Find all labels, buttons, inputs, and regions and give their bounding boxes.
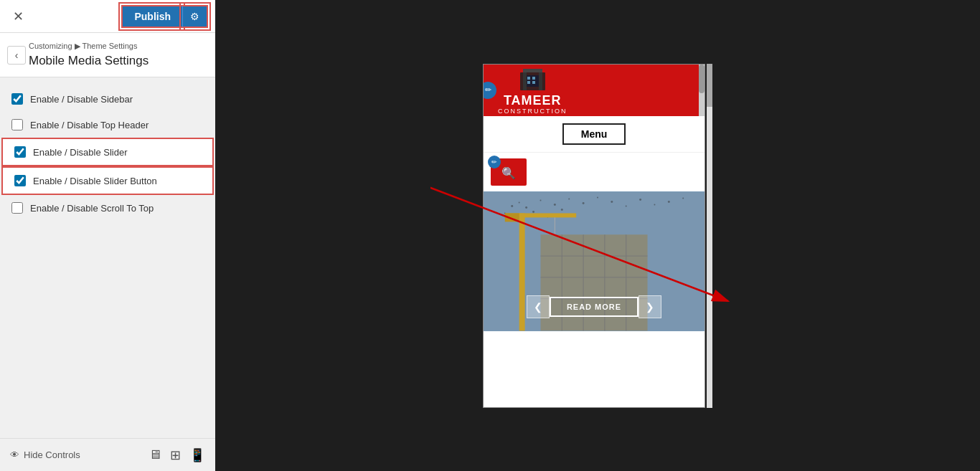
setting-label-top-header: Enable / Disable Top Header <box>30 120 149 130</box>
svg-point-11 <box>519 201 520 203</box>
preview-container: ✏ TAMEER C <box>483 64 712 408</box>
breadcrumb-theme-settings[interactable]: Theme Settings <box>82 42 137 50</box>
publish-button[interactable]: Publish <box>121 5 182 28</box>
slider-prev-button[interactable]: ❮ <box>527 295 550 318</box>
svg-rect-1 <box>523 71 527 90</box>
svg-point-25 <box>532 210 534 212</box>
svg-point-19 <box>626 205 627 206</box>
preview-area: ✏ TAMEER C <box>215 0 980 471</box>
site-logo: TAMEER CONSTRUCTION <box>498 65 567 115</box>
customizer-panel: ✕ Publish ⚙ ‹ Customizing ▶ Theme Settin… <box>0 0 215 471</box>
svg-point-17 <box>597 196 598 198</box>
edit-header-icon[interactable]: ✏ <box>483 82 496 99</box>
setting-item-slider: Enable / Disable Slider <box>1 138 214 166</box>
publish-area: Publish ⚙ <box>121 5 208 28</box>
checkbox-slider[interactable] <box>14 146 26 158</box>
tablet-icon[interactable]: ⊞ <box>170 447 181 463</box>
setting-item-top-header: Enable / Disable Top Header <box>0 112 215 138</box>
svg-point-20 <box>639 199 641 201</box>
svg-point-21 <box>654 204 655 205</box>
site-sub: CONSTRUCTION <box>498 108 567 115</box>
site-header: ✏ TAMEER C <box>484 65 705 116</box>
svg-point-23 <box>682 197 684 199</box>
breadcrumb: Customizing ▶ Theme Settings <box>29 42 207 51</box>
svg-point-22 <box>668 201 670 203</box>
breadcrumb-customizing[interactable]: Customizing <box>29 42 72 50</box>
preview-frame: ✏ TAMEER C <box>483 64 705 408</box>
preview-scrollbar[interactable] <box>707 64 712 408</box>
search-edit-icon: ✏ <box>488 156 501 168</box>
svg-point-16 <box>583 202 585 204</box>
search-icon: 🔍 <box>501 166 516 180</box>
svg-point-14 <box>554 204 556 206</box>
svg-point-27 <box>561 208 563 210</box>
search-bar: ✏ 🔍 <box>484 153 705 191</box>
close-button[interactable]: ✕ <box>7 6 29 27</box>
search-box[interactable]: ✏ 🔍 <box>491 158 527 186</box>
checkbox-top-header[interactable] <box>11 119 23 130</box>
setting-item-sidebar: Enable / Disable Sidebar <box>0 86 215 112</box>
settings-gear-button[interactable]: ⚙ <box>182 5 208 28</box>
setting-label-slider-button: Enable / Disable Slider Button <box>33 176 157 186</box>
setting-item-slider-button: Enable / Disable Slider Button <box>1 166 214 195</box>
hide-controls-label: Hide Controls <box>24 449 80 460</box>
svg-rect-2 <box>539 71 542 90</box>
svg-rect-39 <box>505 213 519 222</box>
svg-point-15 <box>568 198 570 199</box>
hide-controls-button[interactable]: 👁 Hide Controls <box>10 449 80 460</box>
svg-rect-4 <box>523 69 542 72</box>
menu-button[interactable]: Menu <box>562 123 626 145</box>
read-more-button[interactable]: READ MORE <box>550 297 639 317</box>
checkbox-sidebar[interactable] <box>11 93 23 105</box>
svg-rect-8 <box>532 81 535 84</box>
scrollbar <box>699 65 705 116</box>
breadcrumb-separator: ▶ <box>72 42 83 50</box>
setting-label-sidebar: Enable / Disable Sidebar <box>30 94 133 105</box>
svg-point-13 <box>540 199 541 201</box>
breadcrumb-area: ‹ Customizing ▶ Theme Settings Mobile Me… <box>0 33 215 77</box>
slider-controls: ❮ READ MORE ❯ <box>484 295 705 318</box>
desktop-icon[interactable]: 🖥 <box>149 447 161 462</box>
svg-point-12 <box>525 206 527 208</box>
page-title: Mobile Media Settings <box>29 54 207 68</box>
svg-rect-6 <box>532 77 535 80</box>
eye-icon: 👁 <box>10 449 19 460</box>
svg-rect-7 <box>527 81 530 84</box>
setting-label-slider: Enable / Disable Slider <box>33 147 128 158</box>
logo-svg <box>517 65 549 94</box>
slider-next-button[interactable]: ❯ <box>639 295 661 318</box>
bottom-bar: 👁 Hide Controls 🖥 ⊞ 📱 <box>0 438 215 471</box>
setting-label-scroll-to-top: Enable / Disable Scroll To Top <box>30 203 154 214</box>
checkbox-slider-button[interactable] <box>14 175 26 186</box>
slider-area: ❮ READ MORE ❯ <box>484 191 705 331</box>
scrollbar-thumb <box>707 64 712 107</box>
setting-item-scroll-to-top: Enable / Disable Scroll To Top <box>0 195 215 221</box>
svg-point-18 <box>611 201 613 203</box>
checkbox-scroll-to-top[interactable] <box>11 202 23 214</box>
site-name: TAMEER <box>504 94 562 107</box>
top-bar: ✕ Publish ⚙ <box>0 0 215 33</box>
back-button[interactable]: ‹ <box>7 46 26 65</box>
mobile-icon[interactable]: 📱 <box>189 447 205 463</box>
svg-point-10 <box>511 205 513 207</box>
menu-bar: Menu <box>484 116 705 153</box>
device-switcher: 🖥 ⊞ 📱 <box>149 447 205 463</box>
settings-list: Enable / Disable SidebarEnable / Disable… <box>0 77 215 438</box>
svg-rect-5 <box>527 77 530 80</box>
